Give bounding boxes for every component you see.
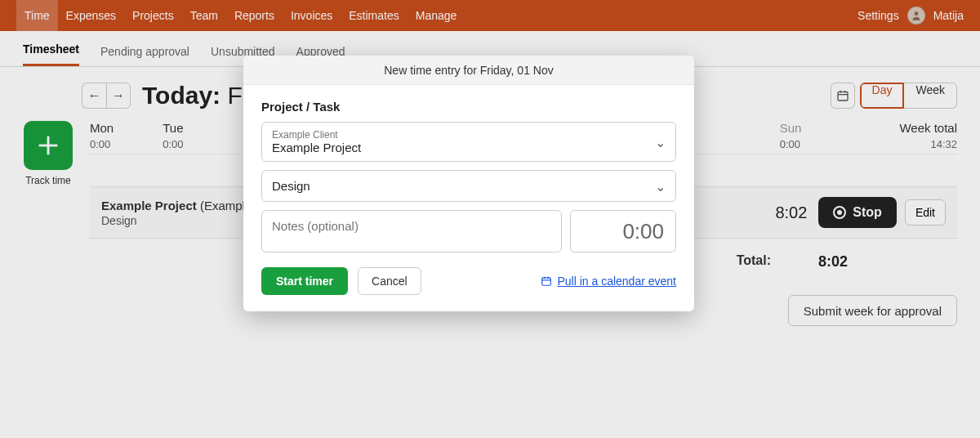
- calendar-icon: [541, 275, 552, 287]
- cancel-button[interactable]: Cancel: [358, 267, 421, 295]
- duration-input-value: 0:00: [622, 219, 664, 244]
- svg-rect-7: [542, 278, 551, 285]
- task-select-value: Design: [272, 179, 646, 193]
- pull-calendar-link-label: Pull in a calendar event: [557, 275, 676, 288]
- project-select[interactable]: Example Client Example Project ⌄: [261, 122, 676, 162]
- project-select-value: Example Project: [272, 141, 646, 154]
- notes-input[interactable]: [261, 210, 562, 253]
- task-select[interactable]: Design ⌄: [261, 170, 676, 202]
- project-task-label: Project / Task: [261, 100, 676, 114]
- chevron-down-icon: ⌄: [655, 178, 666, 194]
- chevron-down-icon: ⌄: [655, 134, 666, 150]
- pull-calendar-link[interactable]: Pull in a calendar event: [541, 275, 676, 288]
- notes-input-field[interactable]: [272, 219, 551, 233]
- new-time-entry-modal: New time entry for Friday, 01 Nov Projec…: [243, 56, 694, 311]
- start-timer-button[interactable]: Start timer: [261, 267, 348, 295]
- modal-title: New time entry for Friday, 01 Nov: [243, 56, 694, 85]
- project-select-client: Example Client: [272, 129, 646, 141]
- duration-input[interactable]: 0:00: [570, 210, 676, 253]
